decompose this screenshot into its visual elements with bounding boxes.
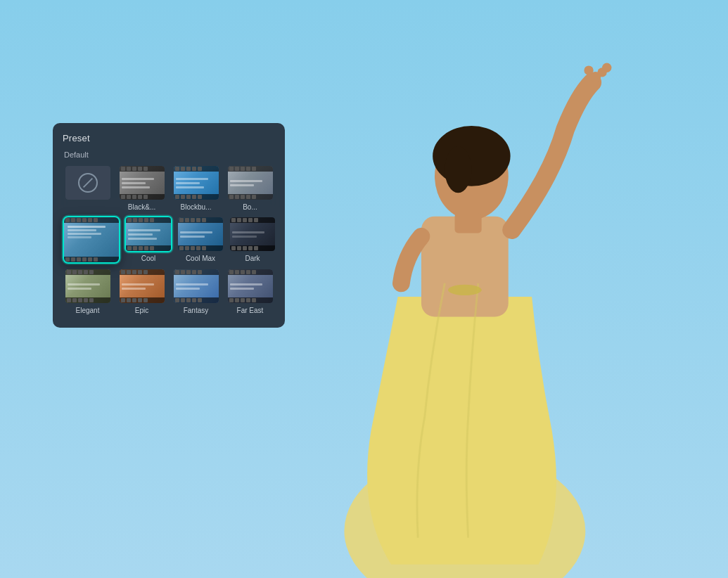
selected-preview-container <box>63 216 120 264</box>
svg-point-9 <box>448 285 482 295</box>
preset-thumb-cool <box>124 216 172 252</box>
preset-coolmax-inner <box>178 217 223 251</box>
film-strip-bottom-bo <box>228 194 273 200</box>
preset-item-fareast[interactable]: Far East <box>225 268 275 315</box>
preset-item-none[interactable] <box>63 165 113 212</box>
preset-none-inner <box>65 166 110 200</box>
preset-thumb-coolmax <box>177 216 224 252</box>
film-strip-bottom-cm <box>178 245 223 251</box>
film-content-cool <box>126 223 171 245</box>
svg-point-3 <box>433 126 510 186</box>
film-strip-top-bo <box>228 166 273 172</box>
preset-label-dark: Dark <box>245 255 260 263</box>
preset-item-blockbuster[interactable]: Blockbu... <box>171 165 221 212</box>
preset-cool-inner <box>126 217 171 251</box>
preset-item-coolmax[interactable]: Cool Max <box>177 216 224 264</box>
preset-item-bo[interactable]: Bo... <box>225 165 275 212</box>
film-content-bb <box>174 172 219 194</box>
preset-dark-inner <box>230 217 275 251</box>
preset-label-bw: Black&... <box>128 203 155 212</box>
preset-grid-row2: Elegant <box>63 268 275 315</box>
preset-label-coolmax: Cool Max <box>186 255 215 263</box>
preset-bw-inner <box>120 166 165 200</box>
film-content-elegant <box>65 275 110 297</box>
preset-label-elegant: Elegant <box>76 307 100 315</box>
film-content-cm <box>178 223 223 245</box>
person-illustration <box>297 29 632 578</box>
preset-thumb-fareast <box>226 268 274 304</box>
preset-label-cool: Cool <box>141 255 156 263</box>
film-content-epic <box>120 275 165 297</box>
film-strip-bottom-elegant <box>65 297 110 303</box>
preset-item-bw[interactable]: Black&... <box>117 165 167 212</box>
preset-epic-inner <box>120 269 165 303</box>
preset-item-epic[interactable]: Epic <box>117 268 167 315</box>
film-content-cool-large <box>64 223 119 257</box>
preset-thumb-elegant <box>64 268 112 304</box>
film-strip-bottom-dark <box>230 245 275 251</box>
svg-point-4 <box>445 146 471 193</box>
preset-thumb-blockbuster <box>172 165 220 201</box>
film-content-fareast <box>228 275 273 297</box>
preset-elegant-inner <box>65 269 110 303</box>
film-strip-bottom-cool-large <box>64 257 119 262</box>
preset-item-cool[interactable]: Cool <box>124 216 172 264</box>
film-strip-bottom-epic <box>120 297 165 303</box>
preset-fareast-inner <box>228 269 273 303</box>
film-strip-bottom-bb <box>174 194 219 200</box>
film-strip-bottom-fantasy <box>174 297 219 303</box>
film-strip-bottom-bw <box>120 194 165 200</box>
film-content-bo <box>228 172 273 194</box>
preset-label-blockbuster: Blockbu... <box>181 203 212 212</box>
film-strip-top-bb <box>174 166 219 172</box>
svg-point-7 <box>602 63 611 72</box>
selected-large-thumb[interactable] <box>63 216 120 264</box>
film-strip-top-epic <box>120 269 165 275</box>
preset-thumb-dark <box>229 216 276 252</box>
film-strip-bottom-fareast <box>228 297 273 303</box>
film-strip-top-bw <box>120 166 165 172</box>
film-strip-top-elegant <box>65 269 110 275</box>
film-content-bw <box>120 172 165 194</box>
preset-blockbuster-inner <box>174 166 219 200</box>
film-content-fantasy <box>174 275 219 297</box>
film-strip-top-cool <box>126 217 171 223</box>
preset-label-fantasy: Fantasy <box>184 307 209 315</box>
slash-line <box>82 178 92 188</box>
preset-row1: Cool <box>63 216 275 264</box>
none-icon <box>78 173 98 193</box>
film-strip-top-dark <box>230 217 275 223</box>
preset-thumb-bw <box>118 165 166 201</box>
preset-thumb-bo <box>226 165 274 201</box>
film-content-dark <box>230 223 275 245</box>
svg-point-8 <box>584 65 593 75</box>
preset-fantasy-inner <box>174 269 219 303</box>
default-section-label: Default <box>63 150 275 159</box>
preset-item-elegant[interactable]: Elegant <box>63 268 113 315</box>
preset-label-epic: Epic <box>135 307 148 315</box>
preset-panel: Preset Default <box>53 123 285 328</box>
preset-item-dark[interactable]: Dark <box>229 216 276 264</box>
preset-item-fantasy[interactable]: Fantasy <box>171 268 221 315</box>
film-strip-top-cm <box>178 217 223 223</box>
film-strip-top-cool-large <box>64 217 119 223</box>
preset-thumb-none <box>64 165 112 201</box>
preset-thumb-epic <box>118 268 166 304</box>
film-strip-top-fareast <box>228 269 273 275</box>
preset-thumb-fantasy <box>172 268 220 304</box>
preset-grid-row0: Black&... <box>63 165 275 212</box>
preset-bo-inner <box>228 166 273 200</box>
film-strip-top-fantasy <box>174 269 219 275</box>
preset-label-fareast: Far East <box>237 307 264 315</box>
svg-rect-10 <box>454 213 481 233</box>
film-strip-bottom-cool <box>126 245 171 251</box>
preset-panel-title: Preset <box>63 133 275 143</box>
preset-label-bo: Bo... <box>243 203 257 212</box>
